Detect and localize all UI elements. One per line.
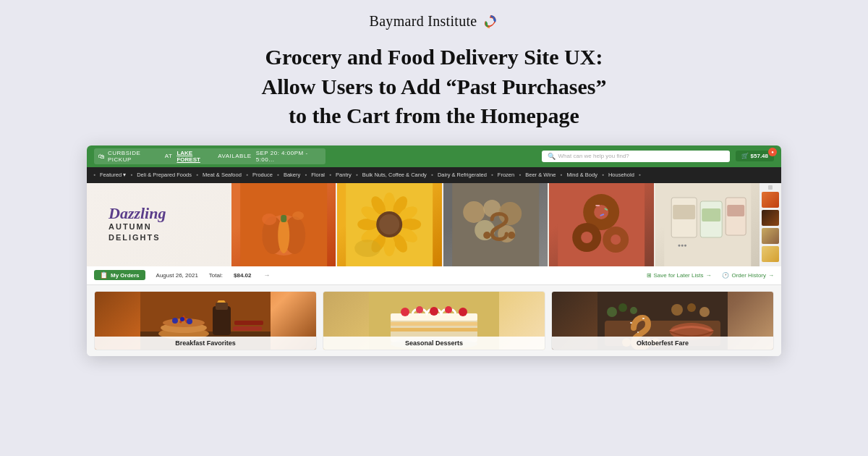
nav-item-bakery[interactable]: Bakery bbox=[280, 172, 304, 178]
svg-rect-77 bbox=[630, 322, 632, 324]
browser-window: 🛍 CURBSIDE PICKUP AT LAKE FOREST AVAILAB… bbox=[87, 145, 781, 356]
right-sidebar bbox=[760, 183, 781, 266]
svg-rect-48 bbox=[727, 205, 744, 216]
nav-item-deli[interactable]: Deli & Prepared Foods bbox=[133, 172, 195, 178]
scroll-up bbox=[768, 185, 773, 190]
svg-rect-52 bbox=[213, 306, 231, 335]
order-date: August 26, 2021 bbox=[156, 272, 198, 279]
hero-image-sunflower bbox=[337, 183, 441, 266]
svg-point-83 bbox=[699, 307, 710, 317]
cart-badge: ● bbox=[768, 148, 777, 156]
orders-tab-label: My Orders bbox=[111, 272, 140, 279]
cart-button[interactable]: 🛒 $57.48 ● bbox=[736, 151, 774, 161]
nav-item-bulk[interactable]: Bulk Nuts, Coffee & Candy bbox=[359, 172, 430, 178]
svg-point-23 bbox=[355, 240, 381, 257]
nav-item-meat[interactable]: Meat & Seafood bbox=[199, 172, 245, 178]
orders-section: 📋 My Orders August 26, 2021 Total: $84.0… bbox=[87, 266, 781, 356]
save-for-later-button[interactable]: ⊞ Save for Later Lists → bbox=[647, 272, 712, 279]
nav-separator: ● bbox=[519, 173, 521, 177]
hero-sub2: DELIGHTS bbox=[109, 233, 161, 242]
orders-topbar: 📋 My Orders August 26, 2021 Total: $84.0… bbox=[87, 266, 781, 285]
side-thumb-3[interactable] bbox=[762, 228, 779, 244]
nav-item-floral[interactable]: Floral bbox=[307, 172, 328, 178]
hero-image-pretzels bbox=[443, 183, 548, 266]
store-navbar: ● Featured ▾ ● Deli & Prepared Foods ● M… bbox=[87, 167, 781, 183]
product-card-breakfast[interactable]: Breakfast Favorites bbox=[94, 291, 317, 350]
svg-point-4 bbox=[278, 217, 289, 253]
search-icon: 🔍 bbox=[548, 153, 556, 160]
svg-point-59 bbox=[172, 318, 178, 324]
svg-rect-5 bbox=[281, 215, 286, 222]
svg-point-60 bbox=[180, 317, 184, 321]
nav-item-featured[interactable]: Featured ▾ bbox=[96, 172, 129, 178]
hero-banner: Dazzling AUTUMN DELIGHTS bbox=[87, 183, 781, 266]
breakfast-image: Breakfast Favorites bbox=[95, 292, 316, 350]
svg-rect-53 bbox=[216, 303, 228, 310]
pickup-label: CURBSIDE PICKUP bbox=[108, 150, 161, 163]
history-label: Order History bbox=[731, 272, 766, 279]
product-card-desserts[interactable]: Seasonal Desserts bbox=[323, 291, 545, 350]
nav-separator: ● bbox=[277, 173, 279, 177]
save-arrow: → bbox=[705, 272, 711, 279]
save-label: Save for Later Lists bbox=[654, 272, 704, 279]
nav-item-dairy[interactable]: Dairy & Refrigerated bbox=[434, 172, 490, 178]
svg-point-25 bbox=[463, 201, 485, 223]
svg-point-7 bbox=[292, 211, 304, 220]
order-total-amount: $84.02 bbox=[234, 272, 251, 279]
svg-point-70 bbox=[445, 306, 452, 313]
svg-point-68 bbox=[416, 306, 423, 313]
search-bar[interactable]: 🔍 What can we help you find? bbox=[542, 151, 730, 162]
search-placeholder: What can we help you find? bbox=[558, 153, 629, 159]
svg-point-34 bbox=[594, 205, 608, 219]
nav-dot: ● bbox=[93, 173, 95, 177]
product-cards-row: Breakfast Favorites bbox=[87, 285, 781, 356]
cart-amount: $57.48 bbox=[751, 153, 768, 159]
svg-point-81 bbox=[671, 304, 683, 316]
nav-separator: ● bbox=[431, 173, 433, 177]
svg-point-38 bbox=[610, 235, 621, 245]
logo-icon bbox=[482, 14, 498, 29]
nav-item-produce[interactable]: Produce bbox=[249, 172, 276, 178]
date-time: SEP 20: 4:00PM - 5:00... bbox=[256, 150, 321, 163]
svg-point-85 bbox=[618, 303, 627, 312]
nav-separator: ● bbox=[356, 173, 358, 177]
svg-rect-57 bbox=[234, 321, 263, 325]
title-line2: Allow Users to Add “Past Purchases” bbox=[262, 75, 607, 98]
svg-point-31 bbox=[508, 232, 515, 239]
svg-rect-44 bbox=[673, 205, 695, 219]
order-history-button[interactable]: 🕐 Order History → bbox=[722, 272, 774, 279]
logo-text: Baymard Institute bbox=[370, 13, 477, 30]
desserts-label: Seasonal Desserts bbox=[323, 337, 545, 350]
side-thumb-2[interactable] bbox=[762, 210, 779, 226]
nav-item-beer[interactable]: Beer & Wine bbox=[522, 172, 559, 178]
store-topbar: 🛍 CURBSIDE PICKUP AT LAKE FOREST AVAILAB… bbox=[87, 145, 781, 167]
title-line1: Grocery and Food Delivery Site UX: bbox=[265, 45, 603, 69]
article-title: Grocery and Food Delivery Site UX: Allow… bbox=[262, 43, 607, 131]
page-header: Baymard Institute bbox=[0, 0, 868, 35]
nav-separator: ● bbox=[329, 173, 331, 177]
svg-point-71 bbox=[459, 308, 467, 316]
svg-point-22 bbox=[380, 214, 400, 235]
nav-item-mind[interactable]: Mind & Body bbox=[563, 172, 601, 178]
hero-sub1: AUTUMN bbox=[109, 222, 152, 231]
svg-point-86 bbox=[630, 307, 637, 314]
my-orders-tab[interactable]: 📋 My Orders bbox=[94, 270, 145, 280]
nav-item-pantry[interactable]: Pantry bbox=[332, 172, 355, 178]
svg-point-69 bbox=[430, 307, 438, 316]
side-thumb-1[interactable] bbox=[762, 192, 779, 208]
svg-point-84 bbox=[607, 307, 617, 317]
hero-text: Dazzling AUTUMN DELIGHTS bbox=[87, 206, 231, 244]
svg-rect-66 bbox=[391, 328, 477, 332]
nav-item-frozen[interactable]: Frozen bbox=[494, 172, 518, 178]
svg-point-6 bbox=[262, 214, 276, 225]
available-label: AVAILABLE bbox=[218, 153, 251, 159]
store-mockup: 🛍 CURBSIDE PICKUP AT LAKE FOREST AVAILAB… bbox=[87, 145, 781, 356]
nav-separator: ● bbox=[560, 173, 562, 177]
nav-item-household[interactable]: Household bbox=[605, 172, 638, 178]
side-thumb-4[interactable] bbox=[762, 246, 779, 262]
svg-point-61 bbox=[187, 318, 192, 324]
svg-text:●●●: ●●● bbox=[677, 242, 686, 248]
svg-point-82 bbox=[687, 303, 696, 312]
product-card-oktoberfest[interactable]: Oktoberfest Fare bbox=[551, 291, 774, 350]
nav-separator: ● bbox=[305, 173, 307, 177]
